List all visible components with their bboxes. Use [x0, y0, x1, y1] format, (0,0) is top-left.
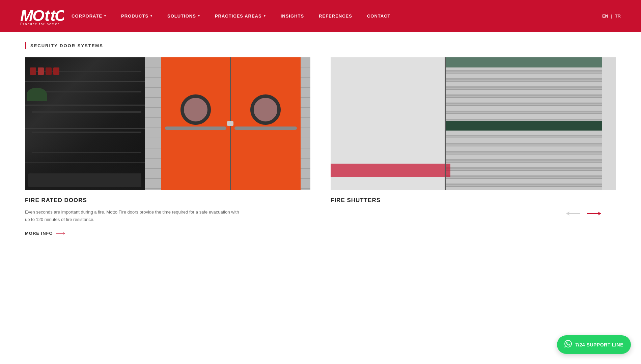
lang-en-button[interactable]: EN: [602, 13, 608, 19]
red-accent: [331, 164, 450, 177]
svg-text:t: t: [45, 7, 50, 24]
cards-row: FIRE RATED DOORS Even seconds are import…: [25, 57, 616, 236]
chevron-down-icon: ▾: [198, 14, 200, 18]
nav-corporate[interactable]: CORPORATE ▾: [64, 13, 114, 19]
fire-rated-doors-image: [25, 57, 310, 190]
shutter-mid-bar: [445, 121, 616, 131]
support-label: 7/24 SUPPORT LINE: [575, 342, 623, 347]
fire-shutters-title: FIRE SHUTTERS: [331, 197, 616, 204]
whatsapp-icon: [564, 340, 572, 349]
fire-shutters-illustration: [331, 57, 616, 190]
nav-references[interactable]: REFERENCES: [311, 13, 360, 19]
shelf-2: [25, 105, 145, 106]
porthole-left: [180, 94, 211, 125]
chevron-down-icon: ▾: [150, 14, 152, 18]
handle-right: [228, 121, 233, 126]
logo-area[interactable]: M O t t O Produce for better: [20, 6, 64, 26]
card-fire-shutters: FIRE SHUTTERS: [310, 57, 616, 236]
kitchen-background: [25, 57, 145, 190]
logo-main: M O t t O: [20, 6, 64, 24]
support-button[interactable]: 7/24 SUPPORT LINE: [557, 335, 631, 354]
door-background: [145, 57, 310, 190]
card-fire-rated-doors: FIRE RATED DOORS Even seconds are import…: [25, 57, 310, 236]
porthole-right: [250, 94, 281, 125]
chevron-down-icon: ▾: [264, 14, 266, 18]
counter-area: [25, 146, 145, 190]
nav-practices-areas[interactable]: PRACTICES AREAS ▾: [207, 13, 273, 19]
push-bar-left: [165, 127, 227, 130]
nav-products[interactable]: PRODUCTS ▾: [114, 13, 160, 19]
fire-shutters-image: [331, 57, 616, 190]
logo-icon: M O t t O: [20, 6, 64, 24]
fire-door-illustration: [25, 57, 310, 190]
next-arrow-button[interactable]: [587, 211, 603, 217]
logo-tagline: Produce for better: [20, 22, 59, 26]
counter: [28, 173, 141, 187]
fire-shutters-body: FIRE SHUTTERS: [331, 190, 616, 217]
main-nav: CORPORATE ▾ PRODUCTS ▾ SOLUTIONS ▾ PRACT…: [64, 13, 602, 19]
lang-tr-button[interactable]: TR: [615, 13, 621, 19]
section-title: SECURITY DOOR SYSTEMS: [30, 43, 103, 48]
fire-rated-doors-title: FIRE RATED DOORS: [25, 197, 310, 204]
nav-insights[interactable]: INSIGHTS: [273, 13, 311, 19]
more-info-link[interactable]: MORE INFO: [25, 231, 310, 236]
fire-rated-doors-body: FIRE RATED DOORS Even seconds are import…: [25, 190, 310, 236]
wall-right-strip: [602, 57, 616, 190]
fire-rated-doors-desc: Even seconds are important during a fire…: [25, 208, 241, 223]
language-switcher: EN | TR: [602, 13, 621, 19]
push-bar-right: [234, 127, 297, 130]
prev-arrow-button[interactable]: [565, 211, 580, 217]
main-content: SECURITY DOOR SYSTEMS: [0, 32, 641, 256]
door-left: [161, 57, 231, 190]
arrow-right-icon: [56, 231, 66, 236]
section-title-wrap: SECURITY DOOR SYSTEMS: [25, 42, 616, 49]
svg-text:M: M: [20, 7, 34, 24]
chevron-down-icon: ▾: [104, 14, 106, 18]
nav-contact[interactable]: CONTACT: [360, 13, 398, 19]
shelf-items: [30, 67, 59, 75]
wall-edge: [445, 57, 446, 190]
section-title-bar: [25, 42, 26, 49]
lang-separator: |: [611, 13, 612, 19]
plant: [27, 88, 47, 101]
nav-arrows: [331, 211, 616, 217]
header: M O t t O Produce for better CORPORATE ▾…: [0, 0, 641, 32]
shelf-3: [25, 128, 145, 129]
door-right: [231, 57, 300, 190]
svg-text:O: O: [32, 7, 45, 24]
nav-solutions[interactable]: SOLUTIONS ▾: [160, 13, 207, 19]
shutter-housing: [445, 57, 616, 67]
shelf-1: [25, 81, 145, 82]
svg-text:O: O: [55, 7, 64, 24]
